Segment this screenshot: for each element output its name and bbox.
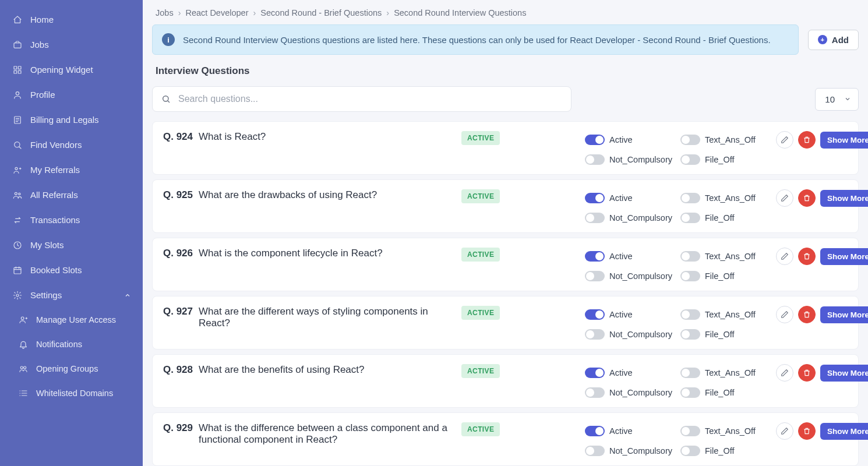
toggle-active[interactable] bbox=[585, 309, 605, 320]
sidebar-item-settings[interactable]: Settings bbox=[0, 283, 143, 308]
delete-button[interactable] bbox=[798, 131, 816, 149]
toggle-text-ans[interactable] bbox=[680, 251, 700, 262]
toggle-file-label: File_Off bbox=[705, 330, 735, 339]
edit-button[interactable] bbox=[776, 364, 793, 382]
toggle-text-ans-label: Text_Ans_Off bbox=[705, 426, 756, 436]
show-more-button[interactable]: Show More bbox=[820, 365, 868, 382]
sidebar-item-label: Transactions bbox=[30, 215, 80, 225]
sidebar-item-billing-and-legals[interactable]: Billing and Legals bbox=[0, 107, 143, 132]
toggle-file[interactable] bbox=[680, 446, 700, 456]
question-text: What is the difference between a class c… bbox=[199, 422, 454, 446]
question-row: Q. 925 What are the drawbacks of using R… bbox=[152, 179, 859, 233]
toggle-active[interactable] bbox=[585, 135, 605, 145]
sidebar-item-home[interactable]: Home bbox=[0, 7, 143, 32]
show-more-button[interactable]: Show More bbox=[820, 423, 868, 440]
toggle-file[interactable] bbox=[680, 271, 700, 281]
sidebar-item-opening-widget[interactable]: Opening Widget bbox=[0, 57, 143, 82]
edit-button[interactable] bbox=[776, 422, 793, 440]
groups-icon bbox=[17, 364, 29, 373]
toggle-file[interactable] bbox=[680, 387, 700, 398]
breadcrumb-item[interactable]: Jobs bbox=[156, 8, 174, 17]
breadcrumb-item[interactable]: Second Round - Brief Questions bbox=[260, 8, 382, 17]
question-row: Q. 927 What are the different ways of st… bbox=[152, 296, 859, 350]
toggle-active[interactable] bbox=[585, 368, 605, 378]
sidebar-subitem-manage-user-access[interactable]: Manage User Access bbox=[0, 308, 143, 332]
show-more-button[interactable]: Show More bbox=[820, 306, 868, 323]
svg-line-11 bbox=[19, 147, 21, 149]
toggle-text-ans[interactable] bbox=[680, 309, 700, 320]
edit-button[interactable] bbox=[776, 248, 793, 265]
toggle-active[interactable] bbox=[585, 426, 605, 436]
toggle-text-ans-label: Text_Ans_Off bbox=[705, 135, 756, 144]
toggle-compulsory[interactable] bbox=[585, 154, 605, 165]
toggle-file[interactable] bbox=[680, 154, 700, 165]
chevron-right-icon: › bbox=[178, 8, 181, 17]
sidebar-subitem-whitelisted-domains[interactable]: Whitelisted Domains bbox=[0, 381, 143, 405]
sidebar-item-find-vendors[interactable]: Find Vendors bbox=[0, 132, 143, 157]
toggle-compulsory[interactable] bbox=[585, 329, 605, 340]
toggle-text-ans[interactable] bbox=[680, 426, 700, 436]
bell-icon bbox=[17, 340, 29, 349]
sidebar-item-booked-slots[interactable]: Booked Slots bbox=[0, 257, 143, 283]
sidebar-item-my-referrals[interactable]: My Referrals bbox=[0, 157, 143, 182]
search-input[interactable] bbox=[152, 86, 571, 112]
svg-point-13 bbox=[15, 192, 17, 195]
add-button[interactable]: + Add bbox=[808, 30, 859, 50]
sidebar-item-jobs[interactable]: Jobs bbox=[0, 32, 143, 57]
toggle-compulsory-label: Not_Compulsory bbox=[609, 388, 672, 397]
delete-button[interactable] bbox=[798, 422, 816, 440]
transactions-icon bbox=[12, 216, 23, 225]
edit-button[interactable] bbox=[776, 131, 793, 149]
svg-point-23 bbox=[24, 366, 26, 369]
sidebar-item-all-referrals[interactable]: All Referrals bbox=[0, 182, 143, 207]
toggle-active[interactable] bbox=[585, 193, 605, 203]
toggle-compulsory[interactable] bbox=[585, 446, 605, 456]
toggle-active-label: Active bbox=[609, 426, 633, 436]
sidebar-item-label: Find Vendors bbox=[30, 140, 82, 150]
toggle-text-ans-label: Text_Ans_Off bbox=[705, 193, 756, 203]
breadcrumb-item[interactable]: Second Round Interview Questions bbox=[394, 8, 526, 17]
chevron-down-icon bbox=[844, 96, 851, 103]
sidebar-item-label: Opening Groups bbox=[36, 364, 98, 373]
edit-button[interactable] bbox=[776, 306, 793, 323]
breadcrumb-item[interactable]: React Developer bbox=[185, 8, 248, 17]
sidebar-item-label: Settings bbox=[30, 290, 62, 300]
show-more-button[interactable]: Show More bbox=[820, 248, 868, 265]
svg-point-21 bbox=[21, 317, 24, 320]
toggle-compulsory[interactable] bbox=[585, 213, 605, 223]
toggle-file[interactable] bbox=[680, 213, 700, 223]
edit-button[interactable] bbox=[776, 189, 793, 207]
page-size-select[interactable]: 10 bbox=[815, 88, 859, 111]
search-icon bbox=[12, 140, 23, 150]
sidebar-item-label: Whitelisted Domains bbox=[36, 389, 113, 398]
toggle-active[interactable] bbox=[585, 251, 605, 262]
sidebar-item-label: Opening Widget bbox=[30, 65, 93, 75]
user-add-icon bbox=[17, 315, 29, 324]
delete-button[interactable] bbox=[798, 248, 816, 265]
sidebar-subitem-notifications[interactable]: Notifications bbox=[0, 332, 143, 356]
sidebar-subitem-opening-groups[interactable]: Opening Groups bbox=[0, 356, 143, 381]
sidebar-item-profile[interactable]: Profile bbox=[0, 82, 143, 107]
svg-point-30 bbox=[163, 96, 168, 101]
sidebar-item-transactions[interactable]: Transactions bbox=[0, 207, 143, 232]
show-more-button[interactable]: Show More bbox=[820, 190, 868, 207]
sidebar-item-label: Profile bbox=[30, 90, 55, 100]
show-more-button[interactable]: Show More bbox=[820, 132, 868, 149]
delete-button[interactable] bbox=[798, 306, 816, 323]
sidebar-item-label: All Referrals bbox=[30, 190, 78, 200]
toggle-text-ans[interactable] bbox=[680, 135, 700, 145]
toggle-text-ans[interactable] bbox=[680, 193, 700, 203]
toggle-active-label: Active bbox=[609, 368, 633, 377]
sidebar-item-my-slots[interactable]: My Slots bbox=[0, 232, 143, 257]
toggle-compulsory[interactable] bbox=[585, 387, 605, 398]
sidebar-item-label: Home bbox=[30, 15, 54, 24]
sidebar: HomeJobsOpening WidgetProfileBilling and… bbox=[0, 0, 143, 466]
toggle-compulsory[interactable] bbox=[585, 271, 605, 281]
toggle-file[interactable] bbox=[680, 329, 700, 340]
search-icon bbox=[161, 94, 171, 104]
delete-button[interactable] bbox=[798, 189, 816, 207]
question-number: Q. 924 bbox=[163, 131, 193, 143]
toggle-active-label: Active bbox=[609, 135, 633, 144]
toggle-text-ans[interactable] bbox=[680, 368, 700, 378]
delete-button[interactable] bbox=[798, 364, 816, 382]
